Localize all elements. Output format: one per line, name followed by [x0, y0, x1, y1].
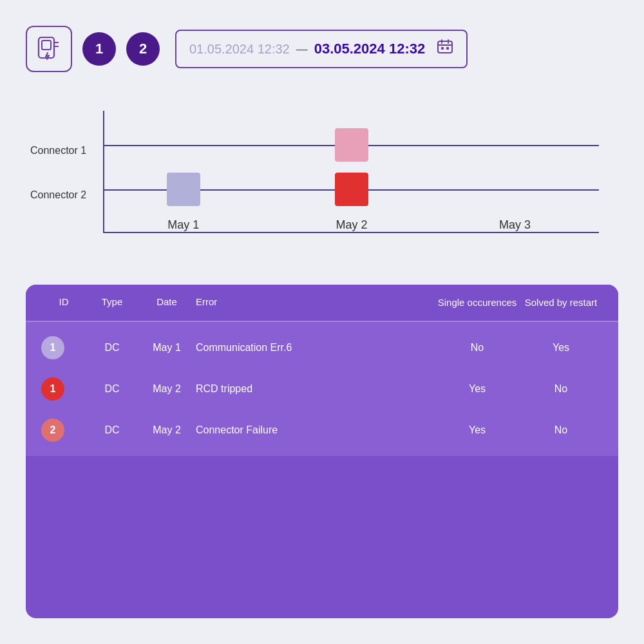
table-header: ID Type Date Error Single occurences Sol…	[26, 285, 618, 321]
connector1-badge: 1	[82, 32, 116, 66]
col-header-solved: Solved by restart	[519, 296, 603, 309]
axis-label-may3: May 3	[499, 218, 531, 232]
cell-error-0: Communication Err.6	[196, 342, 435, 354]
table-row: 2 DC May 2 Connector Failure Yes No	[26, 410, 618, 451]
col-header-single-occ: Single occurences	[435, 296, 519, 309]
row-badge-2: 1	[41, 377, 64, 401]
cell-type-2: DC	[86, 424, 138, 436]
table-section: ID Type Date Error Single occurences Sol…	[26, 285, 618, 618]
cell-error-2: Connector Failure	[196, 424, 435, 436]
col-header-type: Type	[86, 296, 138, 309]
cell-error-1: RCD tripped	[196, 383, 435, 395]
svg-rect-1	[42, 41, 51, 50]
cell-solved-2: No	[519, 424, 603, 436]
calendar-icon[interactable]	[437, 39, 453, 59]
col-header-id: ID	[41, 296, 86, 309]
chart-wrapper: Connector 1 Connector 2 May 1	[103, 98, 599, 265]
cell-type-1: DC	[86, 383, 138, 395]
cell-id: 1	[41, 336, 86, 359]
date-start: 01.05.2024 12:32	[189, 42, 290, 57]
charger-icon-box	[26, 26, 72, 72]
connector1-label: Connector 1	[30, 145, 86, 156]
axis-label-may1: May 1	[167, 218, 199, 232]
cell-solved-1: No	[519, 383, 603, 395]
table-row: 1 DC May 2 RCD tripped Yes No	[26, 368, 618, 410]
connector2-label: Connector 2	[30, 189, 86, 201]
cell-single-occ-0: No	[435, 342, 519, 354]
date-range-box[interactable]: 01.05.2024 12:32 — 03.05.2024 12:32	[175, 30, 468, 68]
table-body: 1 DC May 1 Communication Err.6 No Yes 1 …	[26, 322, 618, 456]
cell-type-0: DC	[86, 342, 138, 354]
svg-rect-9	[446, 47, 449, 50]
row-badge-1: 1	[41, 336, 64, 359]
cell-single-occ-2: Yes	[435, 424, 519, 436]
chart-area: Connector 1 Connector 2 May 1	[103, 111, 599, 233]
connector1-event	[335, 128, 368, 162]
date-end: 03.05.2024 12:32	[314, 41, 426, 57]
col-header-error: Error	[196, 296, 435, 309]
date-dash: —	[296, 43, 308, 56]
axis-label-may2: May 2	[336, 218, 367, 232]
col-header-date: Date	[138, 296, 196, 309]
cell-solved-0: Yes	[519, 342, 603, 354]
cell-single-occ-1: Yes	[435, 383, 519, 395]
cell-date-2: May 2	[138, 424, 196, 436]
cell-id-1: 1	[41, 377, 86, 401]
header: 1 2 01.05.2024 12:32 — 03.05.2024 12:32	[26, 26, 618, 72]
charger-icon	[35, 35, 63, 63]
table-row: 1 DC May 1 Communication Err.6 No Yes	[26, 327, 618, 368]
axis-labels: May 1 May 2 May 3	[104, 200, 599, 232]
svg-rect-4	[438, 41, 452, 53]
connector2-badge: 2	[126, 32, 160, 66]
svg-rect-8	[441, 47, 444, 50]
cell-id-2: 2	[41, 419, 86, 442]
cell-date-0: May 1	[138, 342, 196, 354]
row-badge-3: 2	[41, 419, 64, 442]
chart-section: Connector 1 Connector 2 May 1	[26, 91, 618, 265]
cell-date-1: May 2	[138, 383, 196, 395]
